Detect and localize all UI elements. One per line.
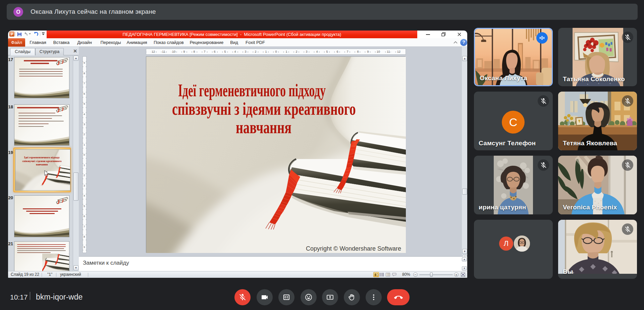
svg-text:Ідеї герменевтичного підходу: Ідеї герменевтичного підходу: [24, 156, 60, 159]
svg-text:навчання: навчання: [36, 163, 48, 166]
svg-text:співзвучні з ідеями креативног: співзвучні з ідеями креативного: [22, 160, 61, 163]
